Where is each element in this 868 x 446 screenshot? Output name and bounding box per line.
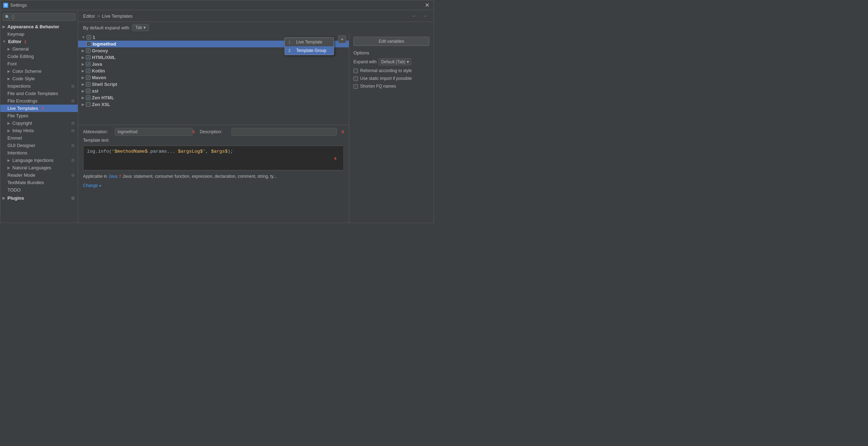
tl-actions: + 1 Live Template 2 Template Group (338, 35, 346, 43)
sidebar-item-inspections[interactable]: Inspections ⊡ (0, 82, 78, 90)
kotlin-checkbox[interactable] (86, 69, 90, 73)
sidebar-item-color-scheme[interactable]: ▶ Color Scheme (0, 68, 78, 75)
shell-name: Shell Script (92, 82, 117, 87)
sidebar-item-natural-languages[interactable]: ▶ Natural Languages (0, 164, 78, 171)
abbreviation-input[interactable] (115, 128, 193, 136)
template-group-zen-xsl[interactable]: ▶ Zen XSL (78, 101, 349, 108)
applicable-label: Applicable in (83, 174, 107, 179)
code-end: ); (228, 149, 233, 154)
app-icon: ⚙ (3, 3, 8, 8)
description-input[interactable] (231, 128, 337, 136)
add-button[interactable]: + (338, 35, 346, 43)
sidebar-item-copyright[interactable]: ▶ Copyright ⊡ (0, 119, 78, 127)
chevron-right-icon: ▶ (82, 55, 84, 59)
static-import-checkbox[interactable] (353, 76, 358, 81)
sidebar-item-gui-designer[interactable]: GUI Designer ⊡ (0, 142, 78, 149)
code-params: .params... (148, 149, 178, 154)
java-checkbox[interactable] (86, 62, 90, 66)
sidebar-item-general[interactable]: ▶ General (0, 45, 78, 53)
group1-name: 1 (93, 35, 95, 40)
reformat-row: Reformat according to style (353, 68, 429, 73)
description-label: Description: (200, 129, 228, 134)
annotation-1: 1 (24, 40, 26, 44)
center-panel: ▼ 1 logmethod ▶ (78, 33, 349, 223)
search-box[interactable]: 🔍 (2, 13, 76, 21)
close-button[interactable]: ✕ (423, 2, 431, 8)
sidebar-item-code-style[interactable]: ▶ Code Style (0, 75, 78, 82)
chevron-right-icon: ▶ (82, 102, 84, 106)
sidebar-item-appearance[interactable]: ▶ Appearance & Behavior (0, 23, 78, 30)
template-group-java[interactable]: ▶ Java (78, 61, 349, 68)
chevron-right-icon: ▶ (82, 96, 84, 100)
applicable-context-link[interactable]: Java (108, 174, 117, 179)
dropdown-num-2: 2 (288, 48, 293, 53)
chevron-right-icon: ▶ (7, 77, 10, 81)
zen-html-checkbox[interactable] (86, 95, 90, 100)
sidebar-item-reader-mode[interactable]: Reader Mode ⊡ (0, 171, 78, 179)
template-group-xsl[interactable]: ▶ xsl (78, 88, 349, 94)
dropdown-template-group[interactable]: 2 Template Group (285, 46, 334, 55)
sidebar-item-font[interactable]: Font (0, 60, 78, 68)
chevron-down-icon: ▼ (82, 35, 85, 39)
sidebar-item-keymap[interactable]: Keymap (0, 30, 78, 38)
template-group-kotlin[interactable]: ▶ Kotlin (78, 68, 349, 74)
sidebar-item-emmet[interactable]: Emmet (0, 134, 78, 142)
htmlxml-checkbox[interactable] (86, 55, 90, 60)
template-group-maven[interactable]: ▶ Maven (78, 74, 349, 81)
zen-html-name: Zen HTML (92, 95, 114, 100)
maven-checkbox[interactable] (86, 75, 90, 80)
shorten-fq-label: Shorten FQ names (360, 84, 396, 89)
sidebar-item-plugins[interactable]: ▶ Plugins ⊡ (0, 194, 78, 202)
reformat-checkbox[interactable] (353, 69, 358, 73)
logmethod-name: logmethod (93, 41, 116, 47)
breadcrumb-separator: > (97, 13, 100, 19)
expand-with-label: Expand with (353, 59, 376, 64)
titlebar: ⚙ Settings ✕ (0, 0, 434, 10)
zen-xsl-checkbox[interactable] (86, 102, 90, 107)
template-group-zen-html[interactable]: ▶ Zen HTML (78, 94, 349, 101)
sidebar-item-language-injections[interactable]: ▶ Language Injections ⊡ (0, 157, 78, 164)
xsl-checkbox[interactable] (86, 89, 90, 93)
sidebar-item-code-editing[interactable]: Code Editing (0, 53, 78, 60)
group1-checkbox[interactable] (87, 35, 91, 40)
annotation-6: 6 (334, 157, 336, 161)
sidebar-item-inlay-hints[interactable]: ▶ Inlay Hints ⊡ (0, 127, 78, 134)
icon-small: ⊡ (71, 99, 74, 103)
sidebar-item-todo[interactable]: TODO (0, 186, 78, 194)
shell-checkbox[interactable] (86, 82, 90, 87)
sidebar-item-file-code-templates[interactable]: File and Code Templates (0, 90, 78, 97)
main-content: 🔍 ▶ Appearance & Behavior Keymap ▼ Edito… (0, 10, 434, 223)
nav-forward-button[interactable]: → (421, 13, 429, 19)
sidebar-item-textmate-bundles[interactable]: TextMate Bundles (0, 179, 78, 186)
breadcrumb: Editor > Live Templates ← → (78, 10, 434, 22)
chevron-right-icon: ▶ (7, 121, 10, 125)
edit-variables-button[interactable]: Edit variables (353, 37, 429, 46)
search-input[interactable] (11, 14, 73, 19)
sidebar-item-intentions[interactable]: Intentions (0, 149, 78, 157)
form-panel: Abbreviation: 5 Description: 8 Template … (78, 125, 349, 192)
change-link[interactable]: Change (83, 183, 98, 188)
template-group-shell[interactable]: ▶ Shell Script (78, 81, 349, 88)
sidebar-item-editor[interactable]: ▼ Editor 1 (0, 38, 78, 45)
code-var2: $argsLog$ (178, 149, 203, 154)
sidebar: 🔍 ▶ Appearance & Behavior Keymap ▼ Edito… (0, 10, 78, 223)
shorten-fq-checkbox[interactable] (353, 84, 358, 89)
code-area[interactable]: log.info("$methodName$.params... $argsLo… (83, 146, 344, 170)
shorten-fq-row: Shorten FQ names (353, 84, 429, 89)
nav-back-button[interactable]: ← (410, 13, 418, 19)
abbreviation-row: Abbreviation: 5 Description: 8 (83, 128, 344, 136)
sidebar-item-file-types[interactable]: File Types (0, 112, 78, 119)
sidebar-item-live-templates[interactable]: Live Templates 2 (0, 105, 78, 112)
chevron-down-icon: ▾ (99, 184, 101, 188)
window-title: Settings (10, 2, 27, 8)
sidebar-item-file-encodings[interactable]: File Encodings ⊡ (0, 97, 78, 105)
main-inner: ▼ 1 logmethod ▶ (78, 33, 434, 223)
logmethod-checkbox[interactable] (87, 42, 91, 46)
chevron-right-icon: ▶ (82, 49, 84, 53)
expand-with-select[interactable]: Default (Tab) ▾ (379, 58, 411, 65)
groovy-checkbox[interactable] (86, 48, 90, 53)
expand-select[interactable]: Tab ▾ (132, 24, 149, 31)
dropdown-live-template[interactable]: 1 Live Template (285, 38, 334, 46)
icon-small: ⊡ (71, 173, 74, 177)
expand-label: By default expand with (83, 25, 129, 30)
